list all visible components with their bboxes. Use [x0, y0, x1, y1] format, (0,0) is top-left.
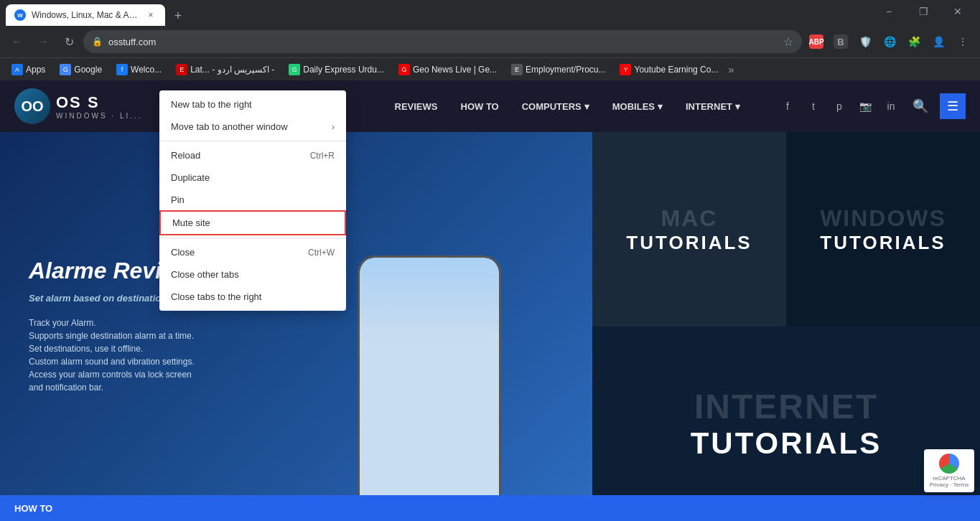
- nav-item-reviews[interactable]: REVIEWS: [383, 95, 449, 118]
- menu-button[interactable]: ⋮: [951, 30, 974, 53]
- nav-item-computers[interactable]: COMPUTERS ▾: [510, 95, 601, 118]
- ctx-close[interactable]: Close Ctrl+W: [159, 241, 346, 263]
- close-window-button[interactable]: ✕: [941, 0, 974, 23]
- site-search-icon[interactable]: 🔍: [907, 95, 934, 117]
- nav-item-mobiles[interactable]: MOBILES ▾: [601, 95, 674, 118]
- b-extension-icon[interactable]: B: [834, 34, 848, 49]
- pinterest-icon[interactable]: p: [829, 96, 849, 116]
- extensions-button[interactable]: ABP: [805, 30, 828, 53]
- maximize-button[interactable]: ❐: [907, 0, 940, 23]
- ctx-separator-1: [159, 141, 346, 141]
- world-extension-icon[interactable]: 🌐: [878, 30, 901, 53]
- reload-button[interactable]: ↻: [57, 30, 80, 53]
- tab-favicon: W: [14, 9, 26, 21]
- bookmark-welcome[interactable]: f Welco...: [111, 61, 167, 78]
- map-overlay: [360, 258, 499, 521]
- social-icons-bar: f t p 📷 in 🔍 ☰: [778, 93, 966, 119]
- bookmark-star-icon[interactable]: ☆: [783, 35, 793, 49]
- context-menu: New tab to the right Move tab to another…: [159, 90, 346, 311]
- ctx-separator-2: [159, 238, 346, 238]
- minimize-button[interactable]: −: [872, 0, 905, 23]
- adblock-extension-icon[interactable]: ABP: [809, 34, 823, 49]
- profile-button[interactable]: 👤: [927, 30, 950, 53]
- new-tab-button[interactable]: +: [168, 6, 188, 26]
- tab-close-button[interactable]: ×: [145, 9, 157, 21]
- logo-text: OS S: [56, 93, 143, 112]
- forward-button[interactable]: →: [32, 30, 55, 53]
- address-text: osstuff.com: [108, 37, 778, 47]
- phone-mockup: [358, 255, 501, 521]
- logo-text-block: OS S WINDOWS · LI...: [56, 93, 143, 120]
- apps-favicon: A: [11, 64, 23, 75]
- logo-icon: OO: [14, 88, 50, 124]
- bookmark-google[interactable]: G Google: [54, 61, 108, 78]
- youtube-favicon: Y: [620, 64, 631, 75]
- ctx-reload[interactable]: Reload Ctrl+R: [159, 144, 346, 166]
- website-content: OO OS S WINDOWS · LI... REVIEWS HOW TO C…: [0, 80, 980, 521]
- bookmarks-bar: A Apps G Google f Welco... E Lat... - اک…: [0, 57, 980, 80]
- ctx-duplicate[interactable]: Duplicate: [159, 166, 346, 189]
- lock-icon: 🔒: [92, 37, 103, 47]
- mobiles-chevron-icon: ▾: [658, 101, 663, 112]
- mac-tutorials-panel[interactable]: MAC TUTORIALS: [592, 132, 786, 327]
- geo-news-favicon: G: [398, 64, 410, 75]
- daily-express-favicon: G: [289, 64, 300, 75]
- ctx-pin[interactable]: Pin: [159, 189, 346, 211]
- hero-feature-6: and notification bar.: [29, 382, 195, 393]
- mac-panel-title: MAC: [661, 205, 718, 232]
- linkedin-icon[interactable]: in: [881, 96, 901, 116]
- active-tab[interactable]: W Windows, Linux, Mac & Android... ×: [6, 4, 165, 26]
- ctx-reload-shortcut: Ctrl+R: [310, 151, 335, 161]
- puzzle-icon[interactable]: 🧩: [902, 30, 925, 53]
- nav-item-howto[interactable]: HOW TO: [449, 95, 510, 118]
- bookmarks-more-button[interactable]: »: [728, 64, 734, 75]
- recaptcha-badge: reCAPTCHAPrivacy · Terms: [924, 449, 974, 492]
- hero-feature-4: Custom alarm sound and vibration setting…: [29, 357, 195, 367]
- bookmark-daily-express[interactable]: G Daily Express Urdu...: [283, 61, 390, 78]
- bottom-strip: HOW TO: [0, 495, 980, 521]
- browser-extension-b[interactable]: B: [829, 30, 852, 53]
- computers-chevron-icon: ▾: [584, 101, 589, 112]
- hamburger-menu-icon[interactable]: ☰: [940, 93, 966, 119]
- hero-feature-1: Track your Alarm.: [29, 318, 195, 328]
- ctx-move-tab[interactable]: Move tab to another window ›: [159, 116, 346, 138]
- title-bar: W Windows, Linux, Mac & Android... × + −…: [0, 0, 980, 26]
- ctx-close-right[interactable]: Close tabs to the right: [159, 286, 346, 308]
- nav-right-area: ABP B 🛡️ 🌐 🧩 👤 ⋮: [805, 30, 974, 53]
- ctx-close-other[interactable]: Close other tabs: [159, 263, 346, 286]
- tab-title: Windows, Linux, Mac & Android...: [32, 10, 139, 20]
- ctx-mute-site[interactable]: Mute site: [159, 210, 346, 235]
- ctx-new-tab-right[interactable]: New tab to the right: [159, 93, 346, 116]
- window-controls: − ❐ ✕: [872, 0, 974, 26]
- facebook-icon[interactable]: f: [778, 96, 798, 116]
- address-bar[interactable]: 🔒 osstuff.com ☆: [83, 30, 802, 53]
- mac-panel-label: TUTORIALS: [626, 232, 752, 254]
- hero-feature-3: Set destinations, use it offline.: [29, 344, 195, 354]
- bookmark-youtube[interactable]: Y Youtube Earning Co...: [614, 61, 724, 78]
- bookmark-express-urdu[interactable]: E Lat... - اکسپریس اردو -: [170, 61, 280, 78]
- recaptcha-icon: [939, 454, 959, 474]
- bookmark-employment[interactable]: E Employment/Procu...: [505, 61, 611, 78]
- logo-sub: WINDOWS · LI...: [56, 112, 143, 120]
- windows-panel-label: TUTORIALS: [820, 232, 946, 254]
- twitter-icon[interactable]: t: [803, 96, 823, 116]
- bookmark-apps[interactable]: A Apps: [6, 61, 51, 78]
- nav-item-internet[interactable]: INTERNET ▾: [674, 95, 752, 118]
- hero-feature-2: Supports single destination alarm at a t…: [29, 331, 195, 341]
- windows-panel-title: WINDOWS: [820, 205, 946, 232]
- internet-chevron-icon: ▾: [735, 101, 740, 112]
- internet-panel-title: INTERNET: [694, 387, 878, 426]
- windows-tutorials-panel[interactable]: WINDOWS TUTORIALS: [786, 132, 980, 327]
- phone-screen: [360, 258, 499, 521]
- ctx-close-shortcut: Ctrl+W: [308, 248, 335, 258]
- instagram-icon[interactable]: 📷: [855, 96, 875, 116]
- bookmark-geo-news[interactable]: G Geo News Live | Ge...: [393, 61, 503, 78]
- back-button[interactable]: ←: [6, 30, 29, 53]
- main-content: Alarme Review Set alarm based on destina…: [0, 132, 980, 521]
- shield-extension-icon[interactable]: 🛡️: [854, 30, 877, 53]
- welcome-favicon: f: [116, 64, 128, 75]
- browser-frame: W Windows, Linux, Mac & Android... × + −…: [0, 0, 980, 521]
- employment-favicon: E: [511, 64, 523, 75]
- express-favicon: E: [176, 64, 187, 75]
- internet-tutorials-panel[interactable]: INTERNET TUTORIALS: [592, 327, 980, 521]
